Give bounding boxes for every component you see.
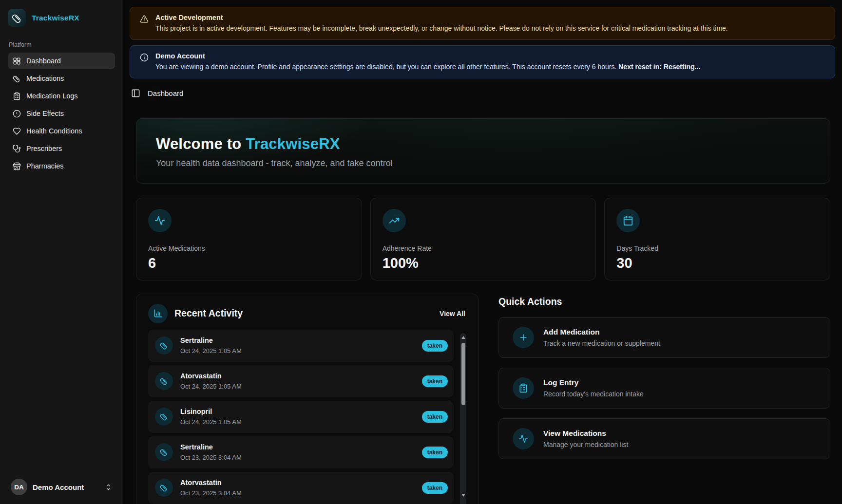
account-name: Demo Account [33, 483, 99, 491]
calendar-icon [616, 209, 640, 232]
pill-icon [155, 443, 173, 461]
breadcrumb-label: Dashboard [148, 89, 183, 97]
activity-row[interactable]: Lisinopril Oct 24, 2025 1:05 AM taken [148, 401, 454, 433]
stat-label: Active Medications [148, 244, 350, 252]
log-timestamp: Oct 23, 2025 3:04 AM [180, 454, 422, 461]
section-title: Quick Actions [498, 296, 830, 307]
stat-card-adherence-rate: Adherence Rate 100% [370, 198, 596, 280]
pill-icon [155, 372, 173, 390]
info-icon [140, 53, 149, 72]
status-badge: taken [422, 375, 448, 387]
log-entry-action[interactable]: Log Entry Record today's medication inta… [498, 368, 830, 409]
log-timestamp: Oct 23, 2025 3:04 AM [180, 489, 422, 497]
banner-title: Active Development [155, 14, 728, 21]
activity-row-text: Sertraline Oct 23, 2025 3:04 AM [180, 443, 422, 461]
quick-actions-section: Quick Actions Add Medication Track a new… [498, 294, 830, 459]
action-title: Add Medication [543, 328, 660, 336]
scroll-up-arrow-icon[interactable] [461, 336, 465, 339]
banner-body: This project is in active development. F… [155, 24, 728, 33]
sidebar-item-dashboard[interactable]: Dashboard [8, 53, 115, 69]
scrollbar-thumb[interactable] [461, 343, 465, 405]
sidebar-section-label: Platform [9, 41, 115, 48]
log-timestamp: Oct 24, 2025 1:05 AM [180, 418, 422, 426]
activity-row[interactable]: Sertraline Oct 24, 2025 1:05 AM taken [148, 330, 454, 362]
alert-circle-icon [13, 110, 21, 118]
medication-name: Sertraline [180, 336, 422, 344]
hero-title-prefix: Welcome to [156, 135, 246, 152]
sidebar-item-label: Pharmacies [26, 162, 64, 170]
stats-row: Active Medications 6 Adherence Rate 100%… [136, 198, 830, 280]
pill-logo-icon [12, 13, 22, 23]
clipboard-list-icon [513, 377, 534, 399]
stat-label: Adherence Rate [383, 244, 584, 252]
brand[interactable]: TrackwiseRX [8, 9, 115, 27]
sidebar-item-pharmacies[interactable]: Pharmacies [8, 158, 115, 174]
status-badge: taken [422, 482, 448, 494]
sidebar-item-health-conditions[interactable]: Health Conditions [8, 123, 115, 139]
sidebar-item-medication-logs[interactable]: Medication Logs [8, 88, 115, 104]
stat-value: 100% [383, 255, 584, 271]
medication-name: Atorvastatin [180, 479, 422, 486]
sidebar-item-label: Medication Logs [26, 92, 78, 100]
brand-name: TrackwiseRX [32, 14, 79, 22]
recent-activity-card: Recent Activity View All Sertraline Oct … [136, 294, 478, 504]
vertical-scrollbar[interactable] [460, 333, 466, 504]
status-badge: taken [422, 447, 448, 458]
app-logo [8, 9, 26, 27]
sidebar-item-label: Medications [26, 75, 64, 82]
account-menu-button[interactable]: DA Demo Account [8, 477, 115, 497]
sidebar-item-side-effects[interactable]: Side Effects [8, 105, 115, 122]
medication-name: Atorvastatin [180, 372, 422, 380]
activity-row-text: Sertraline Oct 24, 2025 1:05 AM [180, 336, 422, 355]
avatar: DA [11, 479, 27, 495]
view-all-link[interactable]: View All [439, 307, 466, 320]
action-title: View Medications [543, 429, 628, 438]
action-description: Record today's medication intake [543, 390, 644, 398]
activity-row[interactable]: Atorvastatin Oct 23, 2025 3:04 AM taken [148, 472, 454, 504]
trending-up-icon [383, 209, 406, 232]
banner-text: Demo Account You are viewing a demo acco… [155, 52, 700, 72]
app-window: TrackwiseRX Platform Dashboard Medicatio… [0, 0, 842, 504]
banner-body: You are viewing a demo account. Profile … [155, 62, 700, 72]
heart-icon [13, 127, 21, 135]
status-badge: taken [422, 411, 448, 423]
hero-title-brand: TrackwiseRX [246, 135, 340, 152]
pill-icon [13, 75, 21, 83]
triangle-alert-icon [140, 15, 149, 33]
action-text: Log Entry Record today's medication inta… [543, 378, 644, 398]
chevrons-up-down-icon [105, 484, 112, 491]
stat-value: 30 [616, 255, 818, 271]
banner-text: Active Development This project is in ac… [155, 14, 728, 33]
sidebar-spacer [8, 174, 115, 477]
sidebar-nav: Dashboard Medications Medication Logs Si… [8, 53, 115, 174]
banner-body-text: You are viewing a demo account. Profile … [155, 63, 618, 71]
medication-name: Lisinopril [180, 408, 422, 415]
panel-left-icon[interactable] [131, 89, 140, 98]
recent-activity-header: Recent Activity View All [148, 304, 466, 323]
main-content: Active Development This project is in ac… [123, 0, 842, 504]
activity-row[interactable]: Atorvastatin Oct 24, 2025 1:05 AM taken [148, 365, 454, 397]
activity-row-text: Atorvastatin Oct 23, 2025 3:04 AM [180, 479, 422, 497]
next-reset-text: Next reset in: Resetting... [618, 63, 700, 71]
sidebar-item-label: Side Effects [26, 110, 64, 117]
status-badge: taken [422, 340, 448, 352]
stat-card-active-medications: Active Medications 6 [136, 198, 362, 280]
stat-card-days-tracked: Days Tracked 30 [604, 198, 830, 280]
sidebar-item-medications[interactable]: Medications [8, 70, 115, 87]
view-medications-action[interactable]: View Medications Manage your medication … [498, 418, 830, 459]
medication-name: Sertraline [180, 443, 422, 451]
activity-row[interactable]: Sertraline Oct 23, 2025 3:04 AM taken [148, 436, 454, 468]
stat-label: Days Tracked [616, 244, 818, 252]
sidebar-item-prescribers[interactable]: Prescribers [8, 140, 115, 157]
breadcrumb: Dashboard [131, 87, 835, 100]
content: Welcome to TrackwiseRX Your health data … [136, 118, 830, 504]
action-text: View Medications Manage your medication … [543, 429, 628, 448]
action-description: Manage your medication list [543, 441, 628, 448]
add-medication-action[interactable]: Add Medication Track a new medication or… [498, 317, 830, 358]
store-icon [13, 162, 21, 170]
sidebar-item-label: Health Conditions [26, 127, 82, 135]
action-description: Track a new medication or supplement [543, 339, 660, 347]
scroll-down-arrow-icon[interactable] [461, 494, 465, 497]
hero-title: Welcome to TrackwiseRX [156, 135, 810, 153]
pill-icon [155, 336, 173, 355]
